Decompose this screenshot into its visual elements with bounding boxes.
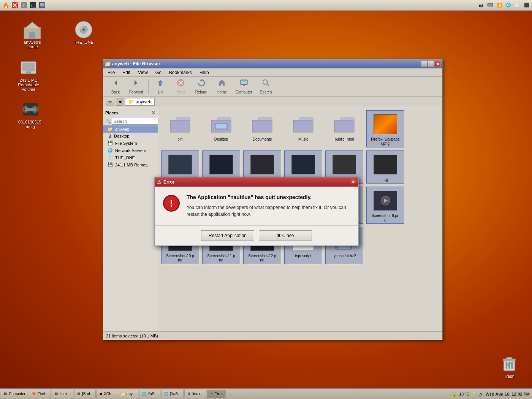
toolbar-back-btn[interactable]: Back bbox=[106, 78, 125, 95]
addr-edit-btn[interactable]: ✏ bbox=[106, 98, 114, 106]
taskbar-app-linux2[interactable]: 🖥 linux... bbox=[184, 390, 206, 398]
svg-rect-19 bbox=[22, 63, 35, 71]
taskbar-app-yas1[interactable]: 🌐 YaS... bbox=[139, 390, 161, 398]
window-title: anyweb - File Browser bbox=[112, 61, 160, 66]
window-close-btn[interactable]: ✕ bbox=[435, 61, 441, 67]
file-item-firefox-wallpaper[interactable]: Firefox_wallpaper.png bbox=[366, 110, 404, 147]
desktop-icon-the-one[interactable]: THE_ONE bbox=[68, 19, 99, 46]
sidebar-item-the-one[interactable]: 💿 THE_ONE bbox=[103, 154, 158, 161]
taskbar-battery-icon: 🔋 bbox=[471, 391, 477, 397]
taskbar-app-bud[interactable]: 🖥 [Bud... bbox=[74, 390, 96, 398]
svg-rect-26 bbox=[25, 108, 36, 111]
close-dialog-btn[interactable]: ✖ Close bbox=[259, 230, 312, 241]
addr-back-btn[interactable]: ◀ bbox=[116, 98, 124, 106]
sidebar-item-filesystem-icon: 💾 bbox=[108, 141, 113, 146]
menu-go[interactable]: Go bbox=[152, 69, 165, 76]
the-one-label: THE_ONE bbox=[74, 40, 93, 44]
tray-window-icon2[interactable]: ⬛ bbox=[523, 2, 530, 9]
sidebar-item-removable[interactable]: 💾 241.1 MB Remov... bbox=[103, 161, 158, 168]
toolbar-stop-btn[interactable]: Stop bbox=[171, 78, 190, 95]
toolbar-computer-btn[interactable]: Computer bbox=[233, 78, 255, 95]
toolbar-search-btn[interactable]: Search bbox=[256, 78, 276, 95]
menu-help[interactable]: Help bbox=[196, 69, 212, 76]
toolbar-sep-1 bbox=[148, 79, 149, 94]
file-label-screenshot-10: Screenshot-10.png bbox=[166, 254, 194, 262]
taskbar-network-icon[interactable]: 🔒 bbox=[451, 391, 458, 397]
folder-music-icon bbox=[291, 112, 315, 136]
taskbar-icon-fire[interactable]: 🔥 bbox=[2, 1, 10, 10]
taskbar-app-firefox[interactable]: 🦊 Firef... bbox=[29, 390, 51, 398]
sidebar-item-network[interactable]: 🌐 Network Servers bbox=[103, 147, 158, 154]
taskbar-linux2-label: linux... bbox=[192, 392, 203, 396]
tray-camera-icon[interactable]: 📷 bbox=[477, 2, 485, 9]
svg-rect-44 bbox=[243, 85, 245, 86]
up-icon bbox=[156, 79, 165, 89]
file-item-screenshot-9[interactable]: Screenshot-9.png bbox=[366, 187, 404, 224]
toolbar-home-btn[interactable]: Home bbox=[212, 78, 231, 95]
file-item-public-html[interactable]: public_html bbox=[325, 110, 363, 147]
image-screenshot9-icon bbox=[373, 188, 397, 213]
tray-keyboard-icon[interactable]: ⌨ bbox=[486, 2, 494, 9]
file-label-music: Music bbox=[298, 137, 308, 141]
taskbar-app-xch[interactable]: ✖ XCh... bbox=[97, 390, 117, 398]
reload-icon bbox=[197, 79, 206, 89]
toolbar-reload-btn[interactable]: Reload bbox=[192, 78, 211, 95]
taskbar-icon-screen[interactable] bbox=[38, 1, 46, 10]
tray-network-icon[interactable]: 📶 bbox=[496, 2, 503, 9]
menu-file[interactable]: File bbox=[104, 69, 118, 76]
taskbar-app-any[interactable]: 📁 any... bbox=[118, 390, 138, 398]
tray-window-icon1[interactable]: ⬜ bbox=[514, 2, 521, 9]
restart-application-btn[interactable]: Restart Application bbox=[201, 230, 254, 241]
image-screenshot7-icon bbox=[291, 152, 315, 177]
toolbar-forward-btn[interactable]: Forward bbox=[127, 78, 146, 95]
taskbar-bottom: 🖥 Computer 🦊 Firef... 🖥 linux... 🖥 [Bud.… bbox=[0, 388, 532, 399]
window-minimize-btn[interactable]: _ bbox=[421, 61, 427, 67]
folder-bin-icon bbox=[168, 112, 192, 136]
taskbar-app-yas2[interactable]: 🌐 [YaS... bbox=[161, 390, 184, 398]
places-close-btn[interactable]: ✕ bbox=[152, 110, 155, 116]
window-controls: _ □ ✕ bbox=[421, 61, 441, 67]
taskbar-app-error[interactable]: ⚠ Error bbox=[207, 390, 225, 398]
file-item-bin[interactable]: bin bbox=[161, 110, 199, 147]
video-icon bbox=[21, 100, 40, 119]
taskbar-app-computer[interactable]: 🖥 Computer bbox=[1, 390, 28, 398]
file-item-scr3[interactable]: ...g bbox=[366, 150, 404, 184]
error-stop-icon bbox=[163, 195, 180, 212]
svg-rect-10 bbox=[41, 7, 43, 8]
menu-edit[interactable]: Edit bbox=[119, 69, 133, 76]
desktop-icon-home[interactable]: anyweb's Home bbox=[17, 19, 48, 51]
dialog-close-x-btn[interactable]: ✕ bbox=[350, 179, 356, 185]
window-maximize-btn[interactable]: □ bbox=[428, 61, 434, 67]
toolbar-up-btn[interactable]: Up bbox=[151, 78, 170, 95]
desktop-icon-video[interactable]: 0816100515.mp g bbox=[15, 99, 46, 130]
taskbar-firefox-label: Firef... bbox=[38, 392, 48, 396]
taskbar-error-label: Error bbox=[214, 392, 223, 396]
taskbar-icon-x[interactable] bbox=[11, 1, 19, 10]
taskbar-app-linux1[interactable]: 🖥 linux... bbox=[52, 390, 73, 398]
taskbar-icon-info[interactable] bbox=[20, 1, 28, 10]
forward-icon bbox=[132, 79, 140, 89]
toolbar: Back Forward Up bbox=[103, 77, 442, 97]
sidebar-search-row: 🔍 bbox=[103, 117, 158, 125]
taskbar-icon-terminal[interactable]: ▶_ bbox=[29, 1, 37, 10]
taskbar-top: 🔥 ▶_ 📷 ⌨ 📶 🌐 ⬜ ⬛ bbox=[0, 0, 532, 11]
taskbar-volume-icon[interactable]: 🔊 bbox=[478, 391, 484, 397]
desktop-icon-trash[interactable]: Trash bbox=[494, 353, 524, 380]
sidebar-item-filesystem[interactable]: 💾 File System bbox=[103, 139, 158, 147]
file-item-desktop[interactable]: Desktop bbox=[202, 110, 240, 147]
sidebar-item-desktop[interactable]: 🖥 Desktop bbox=[103, 133, 158, 139]
close-x-icon: ✖ bbox=[277, 233, 281, 238]
tray-web-icon[interactable]: 🌐 bbox=[505, 2, 512, 9]
file-label-typescript-bz2: typescript.bz2 bbox=[332, 254, 356, 258]
file-label-screenshot-11: Screenshot-11.png bbox=[207, 254, 235, 262]
sidebar-item-anyweb[interactable]: 📁 anyweb bbox=[103, 125, 158, 133]
menu-view[interactable]: View bbox=[135, 69, 151, 76]
desktop-icon-removable[interactable]: 241.1 MBRemovableVolume bbox=[13, 57, 44, 93]
sidebar-item-desktop-icon: 🖥 bbox=[108, 134, 112, 138]
menu-bookmarks[interactable]: Bookmarks bbox=[166, 69, 195, 76]
trash-label: Trash bbox=[504, 374, 515, 378]
taskbar-bud-label: [Bud... bbox=[82, 392, 93, 396]
desktop: 🔥 ▶_ 📷 ⌨ 📶 🌐 ⬜ ⬛ bbox=[0, 0, 532, 399]
file-item-documents[interactable]: Documents bbox=[243, 110, 281, 147]
file-item-music[interactable]: Music bbox=[284, 110, 322, 147]
